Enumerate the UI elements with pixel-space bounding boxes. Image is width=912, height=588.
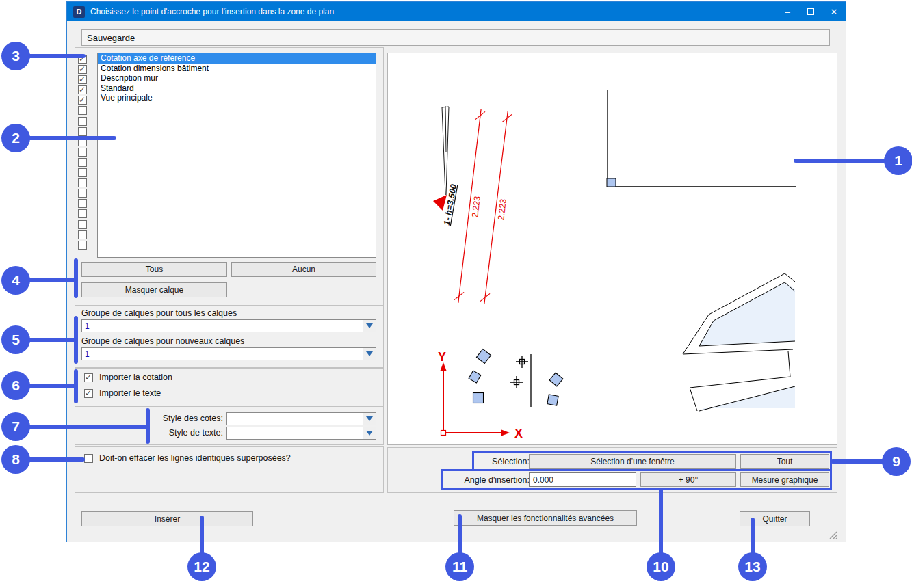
all-layers-button[interactable]: Tous <box>81 262 227 277</box>
layer-checkbox[interactable] <box>78 127 87 136</box>
annotation-circle-8: 8 <box>1 445 30 474</box>
minimize-button[interactable]: – <box>776 2 799 21</box>
layer-checkbox[interactable] <box>78 148 87 157</box>
layer-checkbox[interactable] <box>78 117 87 126</box>
layer-list-item[interactable]: Cotation axe de référence <box>98 53 376 64</box>
layer-checkbox[interactable] <box>78 189 87 198</box>
annotation-line-8 <box>27 457 85 462</box>
resize-grip-icon[interactable] <box>828 530 838 540</box>
annotation-circle-10: 10 <box>647 552 675 581</box>
elevation-label: 1- h=3.500 <box>442 183 458 226</box>
maximize-icon <box>807 8 814 15</box>
dimension-value-2: 2.223 <box>496 198 508 221</box>
plan-drawing: 2.223 2.223 1- h=3.500 Y X <box>388 53 837 444</box>
annotation-circle-2: 2 <box>1 124 30 152</box>
layer-checkbox[interactable] <box>78 65 87 74</box>
annotation-circle-11: 11 <box>445 552 474 581</box>
annotation-circle-4: 4 <box>1 266 30 295</box>
layer-listbox: Cotation axe de référence Cotation dimen… <box>97 53 376 258</box>
group-new-label: Groupe de calques pour nouveaux calques <box>81 336 244 346</box>
layer-checkbox[interactable] <box>78 241 87 250</box>
annotation-line-1 <box>794 159 886 163</box>
layer-list-item[interactable]: Cotation dimensions bâtiment <box>98 64 376 74</box>
annotation-line-9 <box>831 459 885 464</box>
app-icon: D <box>73 6 85 18</box>
group-all-label: Groupe de calques pour tous les calques <box>81 308 237 318</box>
group-all-value: 1 <box>85 321 90 331</box>
annotation-line-7 <box>27 425 148 429</box>
annotation-circle-6: 6 <box>1 371 30 400</box>
layer-checkbox[interactable] <box>78 158 87 167</box>
layer-list-item[interactable]: Vue principale <box>98 93 376 103</box>
sauvegarde-label: Sauvegarde <box>87 33 135 43</box>
annotation-circle-12: 12 <box>187 552 216 581</box>
layer-checkbox[interactable] <box>78 230 87 239</box>
parcel-fill-upper <box>699 282 795 346</box>
dimension-value-1: 2.223 <box>470 196 482 218</box>
no-layers-button[interactable]: Aucun <box>231 262 376 277</box>
annotation-rect-10 <box>441 469 832 490</box>
snap-point-square <box>469 371 481 383</box>
import-text-label: Importer le texte <box>99 388 161 398</box>
window-title: Choisissez le point d'accroche pour l'in… <box>90 7 776 16</box>
group-new-dropdown-button[interactable] <box>363 348 376 360</box>
insert-button[interactable]: Insérer <box>81 511 253 526</box>
layer-checkbox[interactable] <box>78 178 87 187</box>
layer-checkbox[interactable] <box>78 199 87 208</box>
import-dimension-checkbox[interactable] <box>84 373 93 382</box>
group-all-combobox[interactable]: 1 <box>81 319 376 332</box>
text-style-combobox[interactable] <box>226 427 376 440</box>
snap-point-square <box>549 373 563 386</box>
layer-checkbox[interactable] <box>78 168 87 177</box>
annotation-rect-9 <box>472 451 832 471</box>
group-new-value: 1 <box>85 349 90 359</box>
annotation-bracket-7 <box>146 408 150 444</box>
hide-layer-button[interactable]: Masquer calque <box>81 282 227 297</box>
chevron-down-icon <box>366 323 373 328</box>
group-new-combobox[interactable]: 1 <box>81 347 376 360</box>
dim-style-combobox[interactable] <box>226 412 376 425</box>
annotation-line-11 <box>458 514 462 555</box>
chevron-down-icon <box>366 416 373 421</box>
annotation-circle-5: 5 <box>1 325 30 354</box>
annotation-circle-1: 1 <box>884 146 912 175</box>
chevron-down-icon <box>366 431 373 436</box>
annotation-bracket-6 <box>74 369 78 403</box>
annotation-bracket-4 <box>74 258 78 298</box>
annotation-line-4 <box>27 278 77 282</box>
group-all-dropdown-button[interactable] <box>363 320 376 332</box>
maximize-button[interactable] <box>799 2 822 21</box>
annotation-circle-3: 3 <box>1 42 30 70</box>
annotation-circle-9: 9 <box>882 447 911 476</box>
x-axis-arrow-icon <box>501 430 510 436</box>
toggle-advanced-button[interactable]: Masquer les fonctionnalités avancées <box>454 510 637 526</box>
layer-checkbox[interactable] <box>78 96 87 105</box>
text-style-dropdown-button[interactable] <box>363 427 376 439</box>
layer-checkbox[interactable] <box>78 209 87 218</box>
overwrite-checkbox[interactable] <box>84 454 93 463</box>
snap-point-square <box>476 349 491 363</box>
sauvegarde-box: Sauvegarde <box>81 29 830 46</box>
layer-checkbox[interactable] <box>78 75 87 84</box>
import-text-checkbox[interactable] <box>84 389 93 398</box>
annotation-line-3 <box>27 54 86 58</box>
layer-list-item[interactable]: Standard <box>98 83 376 94</box>
close-button[interactable]: ✕ <box>822 2 846 21</box>
dim-style-label: Style des cotes: <box>94 414 223 423</box>
layer-checkbox[interactable] <box>78 106 87 115</box>
layer-list-item[interactable]: Description mur <box>98 73 376 83</box>
layer-checkbox-column <box>78 55 87 250</box>
import-dimension-label: Importer la cotation <box>99 373 172 382</box>
snap-point-square <box>473 393 484 403</box>
corner-handle-square <box>607 178 616 187</box>
annotation-bracket-5 <box>74 316 78 364</box>
y-axis-label: Y <box>438 350 446 364</box>
overwrite-label: Doit-on effacer les lignes identiques su… <box>99 453 291 463</box>
layer-checkbox[interactable] <box>78 85 87 94</box>
plan-preview[interactable]: 2.223 2.223 1- h=3.500 Y X <box>387 53 837 445</box>
screenshot-stage: D Choisissez le point d'accroche pour l'… <box>0 0 912 588</box>
annotation-circle-13: 13 <box>738 552 767 581</box>
x-axis-label: X <box>514 427 523 440</box>
dim-style-dropdown-button[interactable] <box>363 413 376 425</box>
layer-checkbox[interactable] <box>78 220 87 229</box>
